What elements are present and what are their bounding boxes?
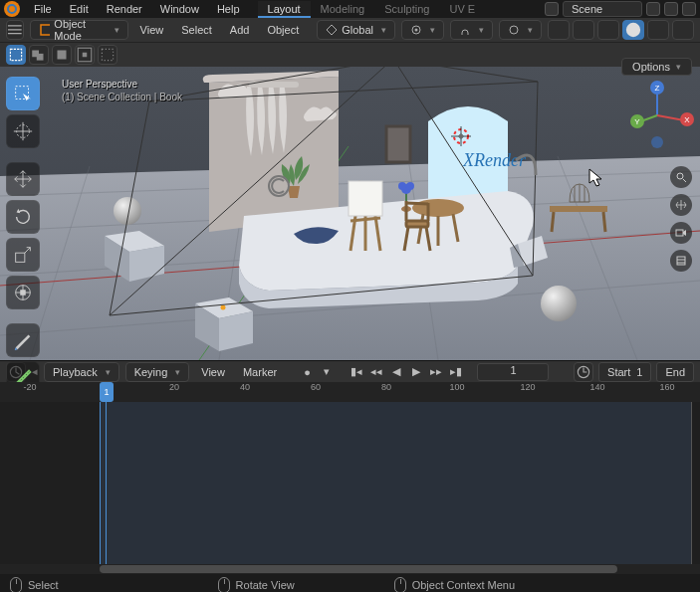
svg-rect-89 — [20, 290, 26, 296]
start-frame-field[interactable]: Start 1 — [598, 362, 651, 382]
proportional-edit-dropdown[interactable] — [499, 20, 542, 40]
shading-wire[interactable] — [597, 20, 619, 40]
select-extend-icon[interactable] — [29, 45, 49, 65]
select-subtract-icon[interactable] — [52, 45, 72, 65]
tick: 100 — [449, 382, 464, 392]
mode-label: Object Mode — [54, 18, 106, 42]
axis-x[interactable]: X — [680, 112, 694, 126]
viewport-options-dropdown[interactable]: Options — [621, 58, 692, 76]
tick: 20 — [169, 382, 179, 392]
autokey-toggle[interactable]: ● — [298, 363, 316, 381]
pivot-dropdown[interactable] — [401, 20, 444, 40]
end-frame-field[interactable]: End — [656, 362, 694, 382]
timeline-marker[interactable]: Marker — [237, 364, 283, 380]
menu-window[interactable]: Window — [152, 1, 207, 17]
viewport-info-overlay: User Perspective (1) Scene Collection | … — [62, 79, 182, 102]
timeline-view[interactable]: View — [195, 364, 231, 380]
camera-view-icon[interactable] — [670, 222, 692, 244]
timeline-ruler[interactable]: -20 1 20 40 60 80 100 120 140 160 — [0, 382, 700, 402]
svg-line-51 — [603, 212, 605, 232]
header-add[interactable]: Add — [224, 22, 256, 38]
keying-dropdown[interactable]: Keying — [125, 362, 190, 382]
zoom-icon[interactable] — [670, 166, 692, 188]
viewport-header: Object Mode View Select Add Object Globa… — [0, 18, 700, 43]
scene-name-field[interactable]: Scene — [563, 1, 642, 17]
delete-scene-icon[interactable] — [664, 2, 678, 16]
mouse-left-icon — [10, 577, 22, 592]
tab-modeling[interactable]: Modeling — [311, 1, 375, 18]
tool-select[interactable] — [6, 77, 40, 110]
selection-mode-strip — [0, 43, 700, 67]
header-view[interactable]: View — [134, 22, 170, 38]
pan-icon[interactable] — [670, 194, 692, 216]
timeline-header: ◂ Playback Keying View Marker ● ▾ ▮◂ ◂◂ … — [0, 360, 700, 382]
scrollbar-thumb[interactable] — [100, 565, 617, 573]
orientation-label: Global — [342, 24, 373, 36]
jump-next-key-icon[interactable]: ▸▸ — [427, 363, 445, 381]
persp-ortho-icon[interactable] — [670, 250, 692, 272]
mouse-middle-icon — [218, 577, 230, 592]
3d-viewport[interactable]: Options — [0, 67, 700, 360]
orientation-dropdown[interactable]: Global — [317, 20, 395, 40]
jump-prev-key-icon[interactable]: ◂◂ — [367, 363, 385, 381]
svg-point-37 — [406, 182, 414, 190]
header-select[interactable]: Select — [175, 22, 218, 38]
start-label: Start — [607, 366, 630, 378]
svg-point-39 — [412, 199, 464, 217]
tool-scale[interactable] — [6, 238, 40, 272]
playhead[interactable]: 1 — [100, 382, 114, 402]
svg-point-56 — [541, 286, 577, 321]
snap-dropdown[interactable] — [450, 20, 493, 40]
menu-edit[interactable]: Edit — [62, 1, 97, 17]
tool-cursor[interactable] — [6, 114, 40, 148]
timeline-scrollbar[interactable] — [0, 564, 700, 574]
svg-rect-10 — [83, 53, 88, 58]
shading-matprev[interactable] — [647, 20, 669, 40]
tab-uv[interactable]: UV E — [439, 1, 485, 18]
current-frame-field[interactable]: 1 — [477, 363, 549, 381]
menu-render[interactable]: Render — [99, 1, 150, 17]
svg-line-78 — [683, 179, 686, 182]
jump-start-icon[interactable]: ▮◂ — [348, 363, 365, 381]
viewlayer-icon[interactable] — [682, 2, 696, 16]
browse-scene-icon[interactable] — [545, 2, 559, 16]
svg-point-63 — [221, 305, 226, 310]
svg-rect-87 — [16, 253, 25, 262]
tool-annotate[interactable] — [6, 323, 40, 357]
start-value: 1 — [636, 366, 642, 378]
new-scene-icon[interactable] — [646, 2, 660, 16]
xray-toggle[interactable] — [573, 20, 594, 40]
menu-file[interactable]: File — [26, 1, 60, 17]
svg-rect-11 — [102, 49, 113, 60]
axis-z[interactable]: Z — [650, 81, 664, 95]
nav-gizmo[interactable]: Z X Y — [622, 81, 692, 150]
mode-dropdown[interactable]: Object Mode — [30, 20, 128, 40]
select-intersect-icon[interactable] — [98, 45, 117, 65]
play-reverse-icon[interactable]: ◀ — [387, 363, 405, 381]
select-box-icon[interactable] — [6, 45, 26, 65]
tick: 80 — [381, 382, 391, 392]
tool-transform[interactable] — [6, 276, 40, 309]
svg-point-77 — [677, 173, 683, 179]
tool-rotate[interactable] — [6, 200, 40, 234]
timeline-body[interactable] — [0, 402, 700, 564]
tab-sculpting[interactable]: Sculpting — [374, 1, 439, 18]
autokey-dropdown[interactable]: ▾ — [318, 363, 336, 381]
tool-move[interactable] — [6, 162, 40, 196]
status-rotate: Rotate View — [236, 579, 295, 591]
tick: 60 — [311, 382, 321, 392]
range-toggle-icon[interactable] — [574, 362, 593, 382]
editor-type-icon[interactable] — [6, 20, 24, 40]
play-icon[interactable]: ▶ — [407, 363, 425, 381]
shading-solid[interactable] — [622, 20, 644, 40]
playback-dropdown[interactable]: Playback — [44, 362, 119, 382]
shading-rendered[interactable] — [672, 20, 694, 40]
axis-y[interactable]: Y — [630, 114, 644, 128]
menu-help[interactable]: Help — [209, 1, 248, 17]
overlay-toggle[interactable] — [548, 20, 570, 40]
svg-rect-43 — [406, 221, 428, 227]
header-object[interactable]: Object — [261, 22, 305, 38]
select-invert-icon[interactable] — [75, 45, 95, 65]
tab-layout[interactable]: Layout — [258, 1, 311, 18]
jump-end-icon[interactable]: ▸▮ — [447, 363, 465, 381]
